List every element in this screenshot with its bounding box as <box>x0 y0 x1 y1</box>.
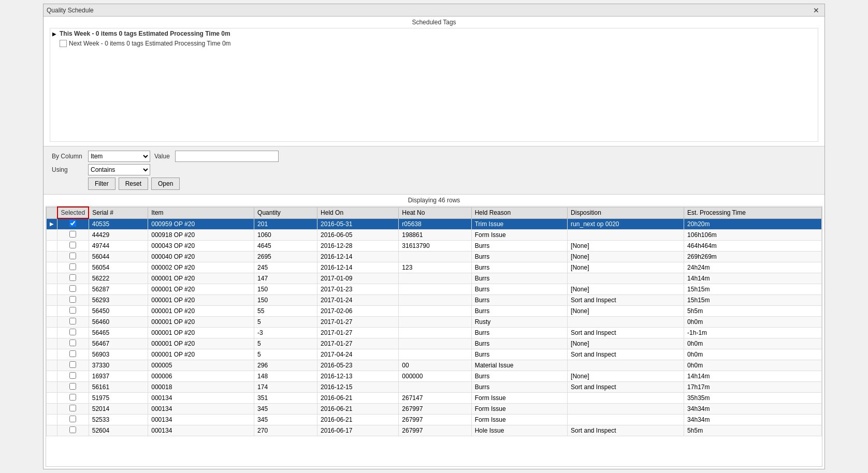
row-quantity: 345 <box>254 404 317 415</box>
table-row[interactable]: 561610000181742016-12-15BurrsSort and In… <box>47 382 822 393</box>
row-checkbox-cell[interactable] <box>57 230 89 241</box>
row-checkbox[interactable] <box>69 274 76 281</box>
row-checkbox-cell[interactable] <box>57 241 89 252</box>
table-row[interactable]: 56293000001 OP #201502017-01-24BurrsSort… <box>47 295 822 306</box>
row-checkbox-cell[interactable] <box>57 382 89 393</box>
table-row[interactable]: 56460000001 OP #2052017-01-27Rusty0h0m <box>47 317 822 328</box>
row-disposition <box>568 230 684 241</box>
table-row[interactable]: 49744000043 OP #2046452016-12-2831613790… <box>47 241 822 252</box>
row-held-on: 2016-05-23 <box>317 360 399 371</box>
table-row[interactable]: 519750001343512016-06-21267147Form Issue… <box>47 393 822 404</box>
table-row[interactable]: 525330001343452016-06-21267997Form Issue… <box>47 415 822 425</box>
row-checkbox-cell[interactable] <box>57 360 89 371</box>
row-checkbox-cell[interactable] <box>57 404 89 415</box>
using-select[interactable]: Contains Equals Starts With Ends With <box>88 164 150 175</box>
table-row[interactable]: 56222000001 OP #201472017-01-09Burrs14h1… <box>47 273 822 284</box>
row-checkbox-cell[interactable] <box>57 284 89 295</box>
row-checkbox[interactable] <box>69 329 76 335</box>
open-button[interactable]: Open <box>151 178 180 190</box>
row-checkbox[interactable] <box>69 285 76 292</box>
col-header-held-reason[interactable]: Held Reason <box>471 207 567 218</box>
next-week-checkbox[interactable] <box>60 40 67 47</box>
col-header-item[interactable]: Item <box>148 207 254 218</box>
row-checkbox[interactable] <box>69 253 76 259</box>
table-row[interactable]: 56054000002 OP #202452016-12-14123Burrs[… <box>47 262 822 273</box>
row-checkbox[interactable] <box>69 372 76 379</box>
data-section: Displaying 46 rows Selected Serial # Ite… <box>44 195 824 469</box>
row-checkbox[interactable] <box>69 426 76 433</box>
row-arrow <box>47 425 57 436</box>
table-row[interactable]: 56467000001 OP #2052017-01-27Burrs[None]… <box>47 338 822 349</box>
row-checkbox-cell[interactable] <box>57 317 89 328</box>
row-checkbox[interactable] <box>69 220 76 227</box>
column-select[interactable]: Item Serial # Quantity Held On Heat No H… <box>88 151 150 162</box>
row-checkbox[interactable] <box>69 263 76 270</box>
filter-section: By Column Item Serial # Quantity Held On… <box>44 146 824 195</box>
row-checkbox-cell[interactable] <box>57 295 89 306</box>
row-checkbox[interactable] <box>69 307 76 314</box>
row-held-reason: Burrs <box>471 349 567 360</box>
row-checkbox[interactable] <box>69 383 76 390</box>
row-checkbox-cell[interactable] <box>57 218 89 230</box>
row-heat-no: 267997 <box>399 404 471 415</box>
filter-row-1: By Column Item Serial # Quantity Held On… <box>52 151 816 162</box>
row-held-reason: Form Issue <box>471 404 567 415</box>
table-container[interactable]: Selected Serial # Item Quantity Held On … <box>46 206 822 467</box>
row-heat-no <box>399 284 471 295</box>
row-est-time: 24h24m <box>684 262 822 273</box>
row-checkbox-cell[interactable] <box>57 349 89 360</box>
table-row[interactable]: 526040001342702016-06-17267997Hole Issue… <box>47 425 822 436</box>
filter-button[interactable]: Filter <box>88 178 115 190</box>
table-row[interactable]: 44429000918 OP #2010602016-06-05198861Fo… <box>47 230 822 241</box>
next-week-item[interactable]: Next Week - 0 items 0 tags Estimated Pro… <box>60 39 818 48</box>
row-item: 000134 <box>148 393 254 404</box>
table-row[interactable]: 56287000001 OP #201502017-01-23Burrs[Non… <box>47 284 822 295</box>
row-checkbox-cell[interactable] <box>57 393 89 404</box>
row-checkbox[interactable] <box>69 350 76 357</box>
row-held-on: 2017-01-27 <box>317 328 399 338</box>
row-checkbox[interactable] <box>69 242 76 248</box>
table-row[interactable]: 169370000061482016-12-13000000Burrs[None… <box>47 371 822 382</box>
row-heat-no: 267147 <box>399 393 471 404</box>
row-checkbox[interactable] <box>69 405 76 411</box>
close-button[interactable]: ✕ <box>811 7 821 14</box>
col-header-disposition[interactable]: Disposition <box>568 207 684 218</box>
table-row[interactable]: 56903000001 OP #2052017-04-24BurrsSort a… <box>47 349 822 360</box>
col-header-qty[interactable]: Quantity <box>254 207 317 218</box>
row-checkbox-cell[interactable] <box>57 328 89 338</box>
row-checkbox-cell[interactable] <box>57 415 89 425</box>
row-checkbox[interactable] <box>69 339 76 346</box>
row-checkbox-cell[interactable] <box>57 273 89 284</box>
row-held-reason: Burrs <box>471 328 567 338</box>
row-checkbox-cell[interactable] <box>57 371 89 382</box>
table-row[interactable]: 373300000052962016-05-2300Material Issue… <box>47 360 822 371</box>
row-held-on: 2016-12-15 <box>317 382 399 393</box>
row-checkbox-cell[interactable] <box>57 425 89 436</box>
row-held-on: 2016-06-21 <box>317 415 399 425</box>
col-header-heat-no[interactable]: Heat No <box>399 207 471 218</box>
table-row[interactable]: ▶40535000959 OP #202012016-05-31r05638Tr… <box>47 218 822 230</box>
row-checkbox[interactable] <box>69 361 76 368</box>
row-heat-no: 123 <box>399 262 471 273</box>
value-input[interactable] <box>175 151 279 162</box>
table-row[interactable]: 56450000001 OP #20552017-02-06Burrs[None… <box>47 306 822 317</box>
row-est-time: 0h0m <box>684 338 822 349</box>
col-header-est-time[interactable]: Est. Processing Time <box>684 207 822 218</box>
table-row[interactable]: 520140001343452016-06-21267997Form Issue… <box>47 404 822 415</box>
row-checkbox-cell[interactable] <box>57 262 89 273</box>
row-checkbox[interactable] <box>69 416 76 422</box>
row-checkbox-cell[interactable] <box>57 306 89 317</box>
reset-button[interactable]: Reset <box>119 178 148 190</box>
table-row[interactable]: 56044000040 OP #2026952016-12-14Burrs[No… <box>47 252 822 262</box>
row-checkbox[interactable] <box>69 296 76 303</box>
row-checkbox-cell[interactable] <box>57 252 89 262</box>
row-checkbox[interactable] <box>69 231 76 238</box>
col-header-held-on[interactable]: Held On <box>317 207 399 218</box>
row-checkbox-cell[interactable] <box>57 338 89 349</box>
this-week-item[interactable]: ▶ This Week - 0 items 0 tags Estimated P… <box>50 28 818 39</box>
this-week-arrow[interactable]: ▶ <box>50 29 59 38</box>
row-checkbox[interactable] <box>69 394 76 401</box>
row-checkbox[interactable] <box>69 318 76 324</box>
table-row[interactable]: 56465000001 OP #20-32017-01-27BurrsSort … <box>47 328 822 338</box>
col-header-serial[interactable]: Serial # <box>89 207 148 218</box>
